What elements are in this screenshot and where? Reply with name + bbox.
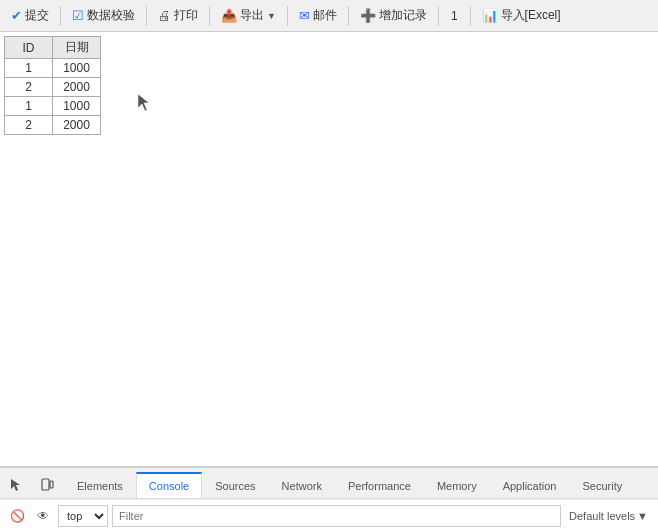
table-cell: 1000 (53, 97, 101, 116)
table-cell: 2000 (53, 78, 101, 97)
import-icon: 📊 (482, 8, 498, 23)
add-label: 增加记录 (379, 7, 427, 24)
devtools-tab-console[interactable]: Console (136, 472, 202, 498)
table-row: 22000 (5, 116, 101, 135)
table-cell: 2000 (53, 116, 101, 135)
export-label: 导出 (240, 7, 264, 24)
print-button[interactable]: 🖨 打印 (151, 4, 205, 27)
toolbar: ✔ 提交 ☑ 数据校验 🖨 打印 📤 导出 ▼ ✉ 邮件 ➕ 增加记录 1 📊 … (0, 0, 658, 32)
console-clear-button[interactable]: 🚫 (6, 505, 28, 527)
email-icon: ✉ (299, 8, 310, 23)
col-header: 日期 (53, 37, 101, 59)
svg-marker-0 (138, 94, 149, 111)
devtools-panel: ElementsConsoleSourcesNetworkPerformance… (0, 466, 658, 532)
separator-5 (348, 6, 349, 26)
separator-7 (470, 6, 471, 26)
separator-2 (146, 6, 147, 26)
devtools-tab-memory[interactable]: Memory (424, 472, 490, 498)
svg-marker-1 (11, 479, 20, 491)
import-excel-button[interactable]: 📊 导入[Excel] (475, 4, 568, 27)
data-table: ID日期 11000220001100022000 (4, 36, 101, 135)
separator-6 (438, 6, 439, 26)
validate-button[interactable]: ☑ 数据校验 (65, 4, 142, 27)
main-content: ID日期 11000220001100022000 (0, 32, 658, 466)
table-cell: 1 (5, 59, 53, 78)
svg-rect-2 (42, 479, 49, 490)
devtools-tab-elements[interactable]: Elements (64, 472, 136, 498)
email-button[interactable]: ✉ 邮件 (292, 4, 344, 27)
devtools-tab-performance[interactable]: Performance (335, 472, 424, 498)
context-selector[interactable]: top (58, 505, 108, 527)
export-icon: 📤 (221, 8, 237, 23)
svg-rect-3 (50, 481, 53, 488)
table-row: 11000 (5, 97, 101, 116)
print-label: 打印 (174, 7, 198, 24)
devtools-cursor-icon[interactable] (4, 472, 30, 498)
submit-label: 提交 (25, 7, 49, 24)
devtools-tab-application[interactable]: Application (490, 472, 570, 498)
submit-icon: ✔ (11, 8, 22, 23)
import-label: 导入[Excel] (501, 7, 561, 24)
devtools-tab-security[interactable]: Security (569, 472, 635, 498)
validate-label: 数据校验 (87, 7, 135, 24)
print-icon: 🖨 (158, 8, 171, 23)
table-cell: 2 (5, 116, 53, 135)
separator-1 (60, 6, 61, 26)
table-cell: 1000 (53, 59, 101, 78)
export-button[interactable]: 📤 导出 ▼ (214, 4, 283, 27)
table-cell: 1 (5, 97, 53, 116)
separator-4 (287, 6, 288, 26)
page-number: 1 (443, 9, 466, 23)
separator-3 (209, 6, 210, 26)
table-row: 11000 (5, 59, 101, 78)
devtools-device-icon[interactable] (34, 472, 60, 498)
filter-input[interactable] (112, 505, 561, 527)
default-levels-arrow: ▼ (637, 510, 648, 522)
table-body: 11000220001100022000 (5, 59, 101, 135)
default-levels-button[interactable]: Default levels ▼ (565, 505, 652, 527)
default-levels-label: Default levels (569, 510, 635, 522)
submit-button[interactable]: ✔ 提交 (4, 4, 56, 27)
export-dropdown-arrow: ▼ (267, 11, 276, 21)
email-label: 邮件 (313, 7, 337, 24)
col-header: ID (5, 37, 53, 59)
devtools-tab-sources[interactable]: Sources (202, 472, 268, 498)
devtools-tab-list: ElementsConsoleSourcesNetworkPerformance… (64, 472, 635, 498)
table-row: 22000 (5, 78, 101, 97)
devtools-tab-bar: ElementsConsoleSourcesNetworkPerformance… (0, 468, 658, 499)
add-record-button[interactable]: ➕ 增加记录 (353, 4, 434, 27)
table-cell: 2 (5, 78, 53, 97)
devtools-tab-network[interactable]: Network (269, 472, 335, 498)
devtools-console-bar: 🚫 👁 top Default levels ▼ (0, 499, 658, 532)
add-icon: ➕ (360, 8, 376, 23)
console-eye-button[interactable]: 👁 (32, 505, 54, 527)
validate-icon: ☑ (72, 8, 84, 23)
cursor-pointer (138, 94, 152, 112)
